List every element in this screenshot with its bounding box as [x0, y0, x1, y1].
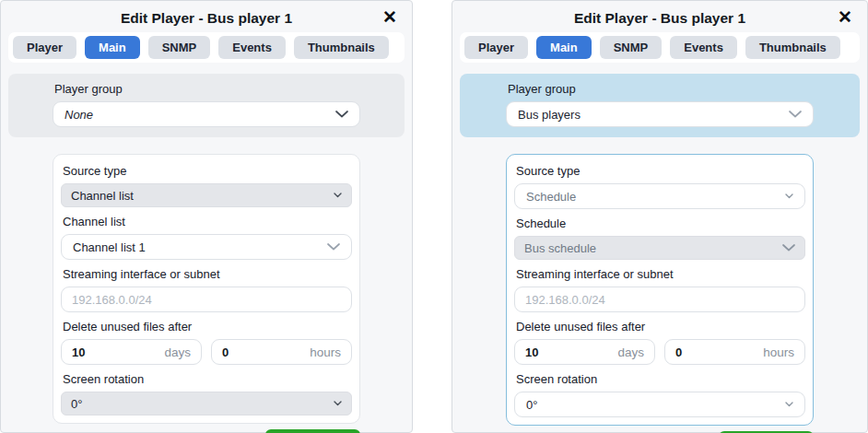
tab-player[interactable]: Player [13, 36, 76, 59]
chevron-down-icon [334, 401, 342, 406]
delete-unused-label: Delete unused files after [516, 320, 805, 334]
tab-thumbnails[interactable]: Thumbnails [745, 36, 840, 59]
channel-list-label: Channel list [63, 215, 352, 228]
tab-snmp[interactable]: SNMP [600, 36, 663, 59]
tab-events[interactable]: Events [218, 36, 286, 59]
days-unit-label: days [617, 345, 644, 359]
days-unit-label: days [164, 345, 191, 359]
source-type-value: Schedule [526, 190, 576, 204]
player-group-select[interactable]: Bus players [506, 101, 814, 127]
hours-field: hours [211, 339, 352, 365]
tab-snmp[interactable]: SNMP [148, 36, 211, 59]
source-settings-card: Source type Channel list Channel list Ch… [53, 154, 360, 424]
hours-unit-label: hours [763, 345, 794, 359]
hours-input[interactable] [675, 345, 731, 359]
tab-main[interactable]: Main [536, 36, 592, 59]
screen-rotation-select[interactable]: 0° [514, 392, 805, 417]
source-type-select[interactable]: Channel list [61, 183, 352, 207]
dialog-title: Edit Player - Bus player 1 [574, 10, 745, 27]
player-group-panel: Player group None [8, 74, 405, 137]
player-group-panel-highlighted: Player group Bus players [460, 74, 860, 137]
two-dialog-comparison: Edit Player - Bus player 1 ✕ Player Main… [0, 0, 868, 433]
chevron-down-icon [335, 111, 348, 118]
hours-unit-label: hours [310, 345, 341, 359]
days-input[interactable] [525, 345, 581, 359]
apply-button[interactable]: Apply [265, 429, 360, 433]
player-group-value: None [65, 108, 93, 122]
player-group-label: Player group [508, 82, 814, 96]
channel-list-select[interactable]: Channel list 1 [61, 234, 352, 260]
edit-player-dialog-left: Edit Player - Bus player 1 ✕ Player Main… [0, 0, 413, 433]
delete-unused-label: Delete unused files after [63, 320, 352, 334]
screen-rotation-value: 0° [71, 397, 82, 411]
tab-main[interactable]: Main [85, 36, 140, 59]
dialog-header: Edit Player - Bus player 1 ✕ [8, 10, 405, 27]
hours-input[interactable] [222, 345, 277, 359]
dialog-title: Edit Player - Bus player 1 [121, 10, 292, 27]
chevron-down-icon [789, 111, 802, 118]
source-settings-card-highlighted: Source type Schedule Schedule Bus schedu… [506, 154, 814, 426]
tab-events[interactable]: Events [670, 36, 737, 59]
schedule-value: Bus schedule [524, 241, 596, 255]
player-group-select[interactable]: None [53, 101, 360, 127]
streaming-input[interactable] [514, 287, 805, 312]
hours-field: hours [664, 339, 805, 365]
tab-bar: Player Main SNMP Events Thumbnails [8, 32, 405, 63]
days-field: days [514, 339, 655, 365]
channel-list-value: Channel list 1 [73, 240, 146, 254]
days-field: days [61, 339, 202, 365]
tab-bar: Player Main SNMP Events Thumbnails [460, 32, 860, 63]
tab-player[interactable]: Player [464, 36, 528, 59]
screen-rotation-value: 0° [526, 398, 537, 412]
close-icon[interactable]: ✕ [382, 8, 397, 26]
source-type-value: Channel list [71, 189, 134, 203]
player-group-label: Player group [54, 82, 360, 96]
tab-thumbnails[interactable]: Thumbnails [294, 36, 389, 59]
close-icon[interactable]: ✕ [838, 8, 852, 26]
schedule-label: Schedule [516, 216, 805, 230]
streaming-input[interactable] [61, 287, 352, 312]
source-type-select[interactable]: Schedule [514, 183, 805, 209]
dialog-header: Edit Player - Bus player 1 ✕ [460, 10, 860, 27]
days-input[interactable] [72, 345, 127, 359]
chevron-down-icon [785, 193, 793, 199]
source-type-label: Source type [63, 164, 352, 178]
edit-player-dialog-right: Edit Player - Bus player 1 ✕ Player Main… [452, 0, 868, 433]
player-group-value: Bus players [518, 108, 581, 122]
screen-rotation-label: Screen rotation [516, 372, 805, 386]
chevron-down-icon [782, 244, 795, 252]
source-type-label: Source type [516, 164, 805, 178]
chevron-down-icon [334, 193, 342, 198]
screen-rotation-select[interactable]: 0° [61, 392, 352, 415]
screen-rotation-label: Screen rotation [63, 372, 352, 386]
chevron-down-icon [327, 243, 340, 251]
schedule-select[interactable]: Bus schedule [514, 236, 805, 260]
streaming-label: Streaming interface or subnet [516, 267, 805, 281]
chevron-down-icon [785, 402, 793, 407]
streaming-label: Streaming interface or subnet [63, 267, 352, 281]
